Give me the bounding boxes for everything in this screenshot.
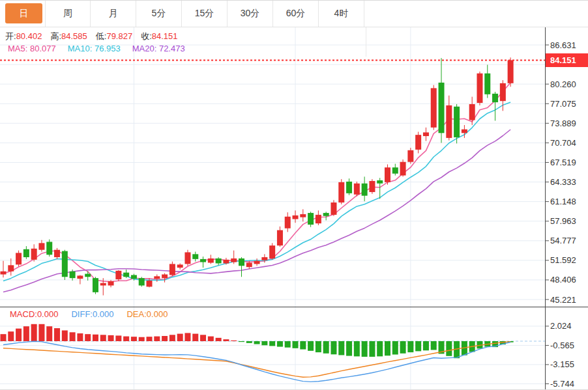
svg-text:-3.155: -3.155	[550, 359, 574, 369]
macd-readout: MACD:0.000 DIFF:0.000 DEA:0.000	[10, 309, 168, 319]
svg-text:48.406: 48.406	[550, 275, 576, 285]
svg-text:67.519: 67.519	[550, 158, 576, 167]
last-price-tag: 84.151	[546, 53, 588, 67]
svg-text:64.333: 64.333	[550, 177, 576, 187]
ma-readout: MA5: 80.077 MA10: 76.953 MA20: 72.473	[8, 44, 185, 53]
svg-text:70.704: 70.704	[550, 138, 576, 148]
svg-text:-5.744: -5.744	[550, 379, 574, 389]
close-readout: 收:84.151	[141, 31, 177, 42]
dea-value-readout: DEA:0.000	[126, 309, 168, 319]
diff-value-readout: DIFF:0.000	[71, 309, 113, 319]
svg-text:86.631: 86.631	[550, 40, 576, 50]
tab-4hour[interactable]: 4时	[319, 1, 364, 27]
tab-60min[interactable]: 60分	[273, 1, 319, 27]
svg-text:54.777: 54.777	[550, 236, 576, 245]
svg-text:2.024: 2.024	[550, 321, 572, 331]
high-readout: 高:84.585	[50, 31, 87, 42]
open-readout: 开:80.402	[5, 31, 42, 42]
svg-text:-0.565: -0.565	[550, 341, 574, 350]
tab-month[interactable]: 月	[91, 1, 136, 27]
svg-text:77.075: 77.075	[550, 99, 576, 109]
chart-canvas[interactable]: 86.63180.26077.07573.88970.70467.51964.3…	[0, 1, 588, 390]
ohlc-readout: 开:80.402 高:84.585 低:79.827 收:84.151	[5, 31, 178, 42]
svg-text:73.889: 73.889	[550, 118, 576, 128]
tab-week[interactable]: 周	[45, 1, 91, 27]
tab-5min[interactable]: 5分	[136, 1, 182, 27]
timeframe-tabbar: 日 周 月 5分 15分 30分 60分 4时	[0, 1, 588, 27]
trading-chart-app: 86.63180.26077.07573.88970.70467.51964.3…	[0, 0, 588, 390]
info-divider	[366, 27, 366, 57]
tab-30min[interactable]: 30分	[228, 1, 273, 27]
low-readout: 低:79.827	[96, 31, 132, 42]
ma5-readout: MA5: 80.077	[8, 44, 56, 53]
tab-day[interactable]: 日	[5, 3, 42, 23]
macd-value-readout: MACD:0.000	[10, 309, 58, 319]
ma20-readout: MA20: 72.473	[132, 44, 185, 53]
svg-text:61.148: 61.148	[550, 197, 576, 206]
svg-text:51.592: 51.592	[550, 255, 576, 265]
svg-text:45.221: 45.221	[550, 295, 576, 305]
svg-text:80.260: 80.260	[550, 79, 576, 89]
svg-text:57.963: 57.963	[550, 216, 576, 226]
ma10-readout: MA10: 76.953	[68, 44, 121, 53]
tab-15min[interactable]: 15分	[182, 1, 228, 27]
